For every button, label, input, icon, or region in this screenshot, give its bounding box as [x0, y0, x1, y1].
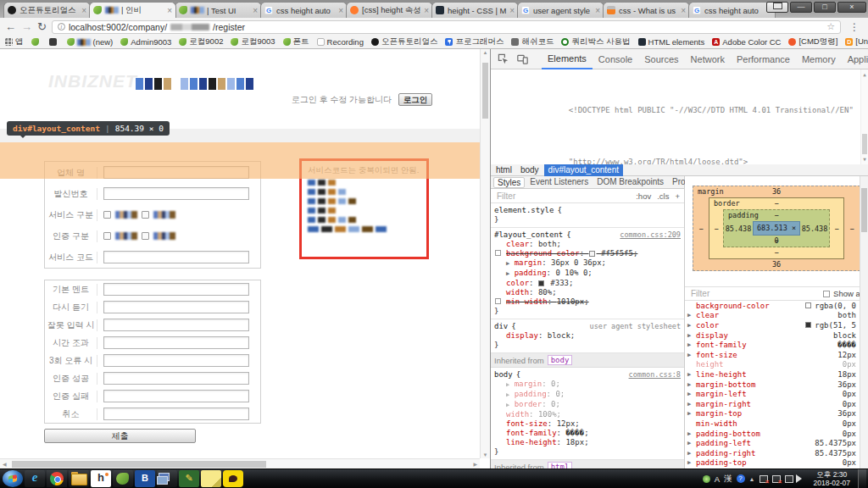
tab-close-icon[interactable]	[595, 6, 600, 15]
expand-arrow-icon[interactable]: ▶	[687, 391, 691, 397]
css-declaration[interactable]: width 80%;	[506, 288, 681, 297]
expand-arrow-icon[interactable]: ▶	[687, 371, 691, 378]
scroll-down-icon[interactable]: ▼	[481, 452, 490, 458]
network-globe-icon[interactable]	[703, 475, 710, 483]
bookmark-item[interactable]	[49, 38, 59, 46]
bookmark-item[interactable]: 쿼리박스 사용법	[561, 36, 630, 47]
submit-button[interactable]: 제출	[44, 429, 196, 443]
scrollbar-thumb[interactable]	[482, 63, 488, 119]
taskbar-app-icon[interactable]	[91, 470, 111, 487]
browser-tab[interactable]: css - What is us	[603, 2, 690, 18]
text-input[interactable]	[103, 354, 249, 367]
expand-arrow-icon[interactable]: ▶	[687, 450, 691, 457]
layout-content-rule[interactable]: #layout_content { common.css:209	[491, 228, 684, 319]
styles-tab[interactable]: DOM Breakpoints	[593, 177, 667, 188]
computed-property-row[interactable]: ▶ margin-right 0px	[685, 399, 868, 409]
computed-property-row[interactable]: ▶ color rgb(51, 5	[685, 320, 868, 330]
css-declaration[interactable]: min-width 1010px;	[506, 297, 681, 307]
border-right-value[interactable]: −	[830, 209, 843, 247]
css-declaration[interactable]: ▶ padding 0 10% 0;	[506, 269, 681, 279]
restore-window-button[interactable]	[766, 2, 788, 13]
bookmark-item[interactable]: 로컬9002	[179, 36, 223, 47]
backup-status-icon[interactable]	[772, 475, 781, 483]
taskbar-app-icon[interactable]	[3, 470, 23, 487]
checkbox[interactable]	[142, 211, 149, 219]
login-button[interactable]: 로그인	[398, 93, 432, 106]
scrollbar-thumb[interactable]	[862, 134, 867, 154]
box-model-border[interactable]: border − − padding −	[709, 197, 844, 259]
computed-property-row[interactable]: ▶ margin-left 0px	[685, 389, 868, 399]
show-hidden-icons-icon[interactable]: ▲	[749, 476, 755, 482]
property-checkbox[interactable]	[495, 298, 501, 304]
maximize-button[interactable]: □	[814, 2, 836, 13]
dom-node-line[interactable]: "http://www.w3.org/TR/html4/loose.dtd">	[504, 124, 860, 164]
bookmark-item[interactable]: 폰트	[283, 36, 309, 47]
expand-arrow-icon[interactable]: ▶	[687, 322, 691, 329]
tab-close-icon[interactable]	[509, 6, 515, 15]
bookmark-item[interactable]: (new)	[67, 37, 114, 47]
checkbox[interactable]	[103, 232, 111, 240]
padding-left-value[interactable]: 85.438	[724, 221, 753, 236]
css-declaration[interactable]: clear both;	[506, 240, 681, 249]
expand-arrow-icon[interactable]: ▶	[687, 401, 691, 408]
expand-arrow-icon[interactable]: ▶	[687, 410, 691, 417]
bookmark-item[interactable]: Recording	[317, 37, 364, 47]
scroll-down-icon[interactable]: ▼	[861, 155, 868, 164]
tab-close-icon[interactable]	[338, 6, 343, 15]
computed-property-row[interactable]: ▶ padding-right 85.4375px	[685, 448, 868, 458]
computed-property-row[interactable]: ▶ display block	[685, 330, 868, 341]
scroll-right-icon[interactable]: ▶	[473, 461, 477, 467]
styles-tab[interactable]: Event Listeners	[526, 177, 592, 188]
expand-arrow-icon[interactable]: ▶	[506, 391, 509, 398]
taskbar-app-icon[interactable]	[113, 470, 133, 487]
bookmark-item[interactable]: 해쉬코드	[511, 36, 554, 47]
padding-bottom-value[interactable]: −	[724, 236, 829, 247]
computed-property-row[interactable]: ▶ padding-bottom 0px	[685, 429, 868, 439]
scrollbar-thumb[interactable]	[12, 461, 266, 468]
text-input[interactable]	[103, 283, 249, 296]
devtools-tab[interactable]: Sources	[638, 49, 684, 69]
close-button[interactable]: ×	[837, 2, 866, 13]
computed-scrollbar[interactable]	[860, 176, 868, 469]
show-all-checkbox[interactable]	[823, 291, 830, 297]
expand-arrow-icon[interactable]: ▶	[687, 332, 691, 339]
volume-icon[interactable]	[796, 474, 806, 483]
styles-filter-input[interactable]	[495, 191, 630, 202]
dom-scrollbar[interactable]: ▲ ▼	[860, 69, 868, 164]
page-horizontal-scrollbar[interactable]: ◀ ▶	[0, 458, 480, 469]
stylesheet-link[interactable]: common.css:209	[615, 230, 681, 240]
computed-property-row[interactable]: min-width 0px	[685, 419, 868, 429]
expand-arrow-icon[interactable]: ▶	[506, 270, 509, 277]
action-center-flag-icon[interactable]	[760, 475, 768, 483]
taskbar-app-icon[interactable]	[157, 470, 177, 487]
taskbar-app-icon[interactable]	[179, 470, 199, 487]
reload-icon[interactable]: ↻	[37, 21, 47, 32]
css-declaration[interactable]: font-family ����;	[506, 429, 681, 438]
page-vertical-scrollbar[interactable]: ▲ ▼	[480, 49, 490, 458]
devtools-tab[interactable]: Console	[593, 49, 638, 69]
chrome-menu-icon[interactable]: ⋮	[846, 21, 863, 33]
rule-selector[interactable]: div	[494, 322, 508, 331]
tab-close-icon[interactable]	[81, 6, 86, 15]
devtools-tab[interactable]: Memory	[796, 49, 842, 69]
text-input[interactable]	[103, 319, 249, 331]
bookmark-item[interactable]: 앱	[5, 36, 24, 47]
computed-property-row[interactable]: ▶ padding-left 85.4375px	[685, 438, 868, 448]
devtools-tab[interactable]: Performance	[731, 49, 796, 69]
text-input[interactable]	[103, 166, 249, 179]
rule-selector[interactable]: element.style	[494, 206, 554, 215]
taskbar-app-icon[interactable]	[25, 470, 45, 487]
expand-arrow-icon[interactable]: ▶	[687, 312, 691, 319]
bookmark-item[interactable]: 로컬9003	[231, 36, 275, 47]
div-ua-rule[interactable]: div { user agent stylesheet	[491, 319, 684, 353]
taskbar-app-icon[interactable]	[69, 470, 89, 487]
text-input[interactable]	[103, 251, 249, 263]
expand-arrow-icon[interactable]: ▶	[687, 459, 691, 466]
bookmark-item[interactable]: Adobe Color CC	[712, 37, 781, 47]
css-declaration[interactable]: background-color #f5f5f5;	[506, 249, 681, 258]
computed-property-row[interactable]: ▶ clear both	[685, 311, 868, 321]
border-bottom-value[interactable]: −	[709, 247, 843, 258]
computed-property-row[interactable]: ▶ margin-bottom 36px	[685, 380, 868, 390]
content-size-value[interactable]: 683.513 × 0	[753, 221, 800, 236]
bookmark-item[interactable]: Admin9003	[120, 37, 171, 47]
